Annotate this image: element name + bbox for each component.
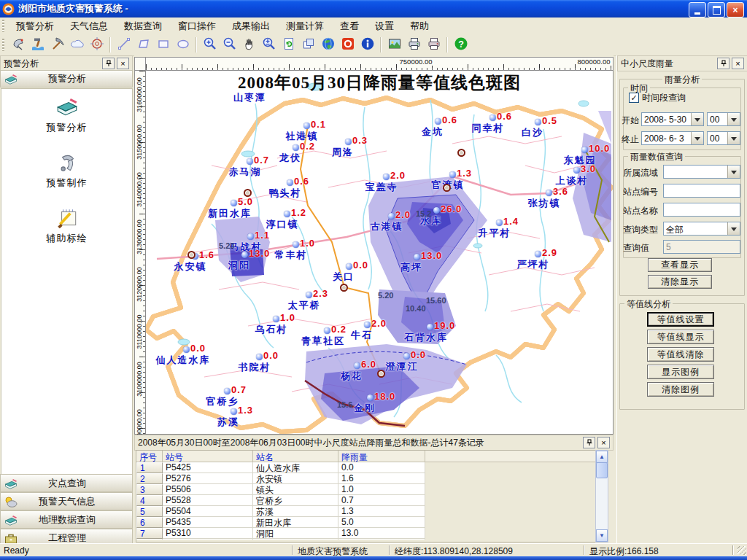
image-export-button[interactable] bbox=[385, 36, 403, 54]
satellite-dish-button[interactable] bbox=[9, 36, 27, 54]
area-name-label: 山枣潭 bbox=[233, 91, 266, 104]
map-canvas[interactable]: 2008年05月30日降雨量等值线色斑图 0.1社港镇0.3周洛0.2龙伏0.7… bbox=[145, 70, 614, 435]
menu-item-3[interactable]: 数据查询 bbox=[116, 18, 170, 35]
printer-2-button[interactable] bbox=[425, 36, 443, 54]
left-panel-pin-button[interactable] bbox=[102, 58, 115, 69]
ellipse-tool-icon bbox=[176, 36, 190, 53]
table-scrollbar[interactable]: ▲ ▼ bbox=[595, 450, 608, 542]
hammer-water-button[interactable] bbox=[28, 36, 47, 54]
chevron-down-icon[interactable] bbox=[691, 132, 703, 144]
chevron-down-icon[interactable] bbox=[691, 113, 703, 125]
contour-button-等值线设置[interactable]: 等值线设置 bbox=[647, 312, 714, 327]
menu-item-5[interactable]: 成果输出 bbox=[224, 18, 278, 35]
sidebar-group-地理数据查询[interactable]: 地理数据查询 bbox=[0, 510, 133, 529]
column-header-序号[interactable]: 序号 bbox=[136, 451, 163, 462]
column-header-站号[interactable]: 站号 bbox=[163, 451, 253, 462]
table-row[interactable]: 8P5311马战村1.1 bbox=[136, 539, 597, 540]
toolbar-separator bbox=[109, 37, 111, 52]
resize-grip[interactable] bbox=[738, 546, 746, 555]
menu-item-7[interactable]: 查看 bbox=[332, 18, 367, 35]
bottom-panel-close-button[interactable]: × bbox=[597, 437, 610, 448]
table-row[interactable]: 4P5528官桥乡0.7 bbox=[136, 495, 597, 506]
menu-item-1[interactable]: 预警分析 bbox=[8, 18, 62, 35]
zoom-out-button[interactable] bbox=[220, 36, 239, 54]
station-no-input[interactable] bbox=[663, 184, 740, 198]
query-value-input[interactable]: 5 bbox=[663, 240, 740, 254]
station-rainfall-value: 0.1 bbox=[311, 119, 326, 130]
restore-button[interactable] bbox=[708, 2, 725, 18]
chevron-down-icon[interactable] bbox=[727, 166, 740, 178]
help-button[interactable]: ? bbox=[452, 36, 470, 54]
stop-button[interactable] bbox=[338, 36, 357, 54]
scroll-thumb[interactable] bbox=[596, 462, 608, 478]
table-row[interactable]: 2P5276永安镇1.6 bbox=[136, 473, 597, 484]
right-panel-close-button[interactable]: × bbox=[732, 58, 744, 69]
zoom-in-button[interactable] bbox=[201, 36, 219, 54]
close-button[interactable]: × bbox=[727, 2, 744, 18]
station-marker bbox=[573, 167, 580, 174]
right-panel-pin-button[interactable] bbox=[717, 58, 729, 69]
contour-button-等值线清除[interactable]: 等值线清除 bbox=[647, 347, 714, 362]
station-name-input[interactable] bbox=[663, 203, 740, 217]
menu-item-2[interactable]: 天气信息 bbox=[62, 18, 116, 35]
table-body: 1P5425仙人造水库0.02P5276永安镇1.63P5506镇头1.04P5… bbox=[136, 462, 597, 540]
globe-button[interactable] bbox=[319, 36, 337, 54]
table-row[interactable]: 3P5506镇头1.0 bbox=[136, 484, 597, 495]
zoom-extent-button[interactable] bbox=[260, 36, 278, 54]
ellipse-tool-button[interactable] bbox=[174, 36, 192, 54]
menu-item-8[interactable]: 设置 bbox=[367, 18, 402, 35]
minimize-button[interactable] bbox=[689, 2, 706, 18]
polygon-tool-button[interactable] bbox=[134, 36, 152, 54]
column-header-站名[interactable]: 站名 bbox=[253, 451, 338, 462]
sidebar-group-warning-analysis[interactable]: 预警分析 bbox=[0, 70, 133, 88]
start-date-combo[interactable]: 2008- 5-30 bbox=[641, 112, 704, 126]
toolbar-grip-handle[interactable] bbox=[2, 39, 4, 51]
menubar: 预警分析天气信息数据查询窗口操作成果输出测量计算查看设置帮助 bbox=[0, 18, 747, 35]
target-button[interactable] bbox=[88, 36, 106, 54]
column-header-降雨量[interactable]: 降雨量 bbox=[338, 451, 425, 462]
menu-item-4[interactable]: 窗口操作 bbox=[170, 18, 224, 35]
table-row[interactable]: 6P5435新田水库5.0 bbox=[136, 517, 597, 528]
basin-combo[interactable] bbox=[663, 165, 740, 179]
chevron-down-icon[interactable] bbox=[727, 132, 740, 144]
sidebar-item-辅助标绘[interactable]: 辅助标绘 bbox=[1, 206, 132, 245]
query-type-combo[interactable]: 全部 bbox=[663, 222, 740, 236]
info-button[interactable] bbox=[358, 36, 376, 54]
clear-query-button[interactable]: 清除显示 bbox=[648, 275, 712, 289]
refresh-page-button[interactable] bbox=[279, 36, 298, 54]
table-row[interactable]: 7P5310洞阳13.0 bbox=[136, 528, 597, 539]
station-marker bbox=[231, 408, 237, 415]
menubar-grip-handle[interactable] bbox=[2, 20, 4, 32]
menu-item-6[interactable]: 测量计算 bbox=[278, 18, 332, 35]
bottom-panel-pin-button[interactable] bbox=[583, 437, 595, 448]
scroll-up-button[interactable]: ▲ bbox=[596, 451, 608, 463]
show-query-button[interactable]: 查看显示 bbox=[648, 258, 712, 272]
table-row[interactable]: 5P5504苏溪1.3 bbox=[136, 506, 597, 517]
left-panel-close-button[interactable]: × bbox=[117, 58, 129, 69]
scroll-down-button[interactable]: ▼ bbox=[596, 529, 608, 542]
table-row[interactable]: 1P5425仙人造水库0.0 bbox=[136, 462, 597, 473]
ruler-label: 3120000.00 bbox=[136, 267, 143, 302]
contour-button-显示图例[interactable]: 显示图例 bbox=[647, 365, 714, 379]
copy-windows-button[interactable] bbox=[299, 36, 317, 54]
line-tool-button[interactable] bbox=[115, 36, 133, 54]
start-hour-combo[interactable]: 00 bbox=[707, 112, 740, 126]
toolbar-separator bbox=[196, 37, 197, 52]
pan-hand-button[interactable] bbox=[240, 36, 258, 54]
rectangle-tool-button[interactable] bbox=[154, 36, 172, 54]
end-date-combo[interactable]: 2008- 6- 3 bbox=[641, 131, 704, 145]
chevron-down-icon[interactable] bbox=[727, 113, 740, 125]
printer-button[interactable] bbox=[405, 36, 423, 54]
sidebar-item-预警制作[interactable]: 预警制作 bbox=[1, 150, 132, 190]
sidebar-group-预警天气信息[interactable]: 预警天气信息 bbox=[0, 492, 133, 510]
pickaxe-button[interactable] bbox=[48, 36, 66, 54]
menu-item-9[interactable]: 帮助 bbox=[402, 18, 437, 35]
sidebar-item-预警分析[interactable]: 预警分析 bbox=[1, 95, 132, 134]
time-range-checkbox[interactable]: ✓ bbox=[629, 93, 639, 103]
contour-button-清除图例[interactable]: 清除图例 bbox=[647, 382, 714, 397]
end-hour-combo[interactable]: 00 bbox=[707, 131, 740, 145]
cloud-button[interactable] bbox=[68, 36, 86, 54]
chevron-down-icon[interactable] bbox=[727, 222, 740, 235]
sidebar-group-灾点查询[interactable]: 灾点查询 bbox=[0, 474, 133, 492]
contour-button-等值线显示[interactable]: 等值线显示 bbox=[647, 330, 714, 344]
